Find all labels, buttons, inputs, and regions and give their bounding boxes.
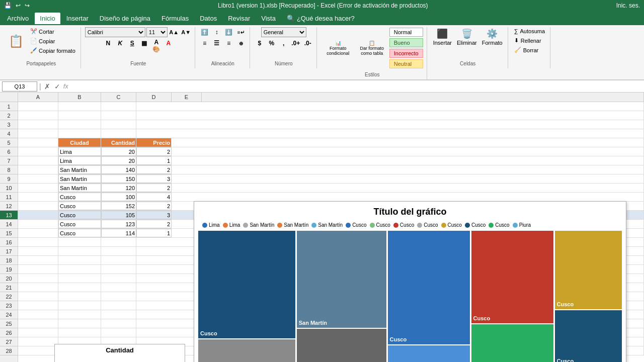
col-cantidad-header[interactable]: Cantidad bbox=[101, 138, 136, 147]
tm-cell-sanmartin1[interactable]: San Martín bbox=[198, 339, 295, 362]
row-19[interactable]: 19 bbox=[0, 265, 18, 274]
menu-search[interactable]: 🔍 ¿Qué desea hacer? bbox=[282, 13, 360, 24]
undo-icon[interactable]: ↩ bbox=[16, 2, 21, 9]
border-button[interactable]: ▦ bbox=[139, 38, 150, 48]
tm-cell-cusco-blue[interactable]: Cusco bbox=[388, 231, 470, 344]
fill-color-button[interactable]: A🎨 bbox=[151, 38, 162, 48]
autosum-button[interactable]: ∑ Autosuma bbox=[512, 27, 547, 35]
row-18[interactable]: 18 bbox=[0, 256, 18, 265]
row-13[interactable]: 13 bbox=[0, 211, 18, 220]
row-10[interactable]: 10 bbox=[0, 184, 18, 193]
font-color-button[interactable]: A bbox=[163, 38, 174, 48]
row-25[interactable]: 25 bbox=[0, 319, 18, 328]
font-size-select[interactable]: 11 bbox=[146, 27, 168, 37]
cell-reference-input[interactable]: Q13 bbox=[2, 81, 37, 92]
row-24[interactable]: 24 bbox=[0, 310, 18, 319]
row-6[interactable]: 6 bbox=[0, 147, 18, 156]
row-15[interactable]: 15 bbox=[0, 229, 18, 238]
decrease-decimal-button[interactable]: .0- bbox=[302, 38, 313, 48]
percent-button[interactable]: % bbox=[266, 38, 277, 48]
align-middle-button[interactable]: ↕️ bbox=[211, 27, 222, 37]
tm-cell-cusco1[interactable]: Cusco bbox=[198, 231, 295, 338]
menu-vista[interactable]: Vista bbox=[256, 13, 281, 24]
menu-datos[interactable]: Datos bbox=[195, 13, 222, 24]
format-painter-button[interactable]: 🖌️ Copiar formato bbox=[28, 46, 77, 55]
align-right-button[interactable]: ≡ bbox=[223, 38, 234, 48]
row-11[interactable]: 11 bbox=[0, 193, 18, 202]
row-22[interactable]: 22 bbox=[0, 292, 18, 301]
increase-font-button[interactable]: A▲ bbox=[169, 27, 180, 37]
conditional-format-button[interactable]: 📊 Formato condicional bbox=[321, 39, 355, 57]
copy-button[interactable]: 📄 Copiar bbox=[28, 37, 77, 45]
user-label[interactable]: Inic. ses. bbox=[616, 2, 640, 9]
row-4[interactable]: 4 bbox=[0, 129, 18, 138]
redo-icon[interactable]: ↪ bbox=[25, 2, 30, 9]
cancel-formula-button[interactable]: ✗ bbox=[43, 82, 51, 90]
confirm-formula-button[interactable]: ✓ bbox=[53, 82, 61, 90]
row-8[interactable]: 8 bbox=[0, 165, 18, 174]
tm-cell-cusco-gray[interactable]: Cusco bbox=[297, 329, 386, 362]
font-name-select[interactable]: Calibri bbox=[85, 27, 145, 37]
formula-input[interactable] bbox=[70, 81, 642, 92]
style-neutral[interactable]: Neutral bbox=[389, 59, 423, 68]
menu-insertar[interactable]: Insertar bbox=[61, 13, 94, 24]
save-icon[interactable]: 💾 bbox=[4, 2, 12, 9]
merge-center-button[interactable]: ⊕ bbox=[235, 38, 247, 48]
paste-button[interactable]: 📋 bbox=[5, 32, 27, 50]
row-20[interactable]: 20 bbox=[0, 274, 18, 283]
menu-archivo[interactable]: Archivo bbox=[2, 13, 34, 24]
delete-cell-button[interactable]: 🗑️ Eliminar bbox=[455, 27, 479, 47]
tm-cell-cusco-olive[interactable]: Cusco bbox=[555, 231, 622, 309]
row-3[interactable]: 3 bbox=[0, 120, 18, 129]
table-format-button[interactable]: 📋 Dar formato como tabla bbox=[356, 39, 388, 57]
fill-button[interactable]: ⬇ Rellenar bbox=[512, 36, 547, 45]
row-2[interactable]: 2 bbox=[0, 111, 18, 120]
align-top-button[interactable]: ⬆️ bbox=[199, 27, 210, 37]
row-9[interactable]: 9 bbox=[0, 174, 18, 184]
insert-cell-button[interactable]: ⬛ Insertar bbox=[431, 27, 454, 47]
col-header-b[interactable]: B bbox=[58, 93, 101, 102]
currency-button[interactable]: $ bbox=[254, 38, 265, 48]
tm-cell-sanmartin2[interactable]: San Martín bbox=[297, 231, 386, 328]
row-14[interactable]: 14 bbox=[0, 220, 18, 229]
style-bueno[interactable]: Bueno bbox=[389, 38, 423, 47]
style-normal[interactable]: Normal bbox=[389, 28, 423, 37]
col-precio-header[interactable]: Precio bbox=[136, 138, 172, 147]
decrease-font-button[interactable]: A▼ bbox=[181, 27, 192, 37]
row-23[interactable]: 23 bbox=[0, 301, 18, 310]
row-7[interactable]: 7 bbox=[0, 156, 18, 165]
row-26[interactable]: 26 bbox=[0, 328, 18, 337]
italic-button[interactable]: K bbox=[115, 38, 126, 48]
format-cell-button[interactable]: ⚙️ Formato bbox=[480, 27, 505, 47]
tm-cell-cusco-green[interactable]: Cusco bbox=[471, 324, 553, 362]
align-bottom-button[interactable]: ⬇️ bbox=[223, 27, 234, 37]
row-12[interactable]: 12 bbox=[0, 202, 18, 211]
row-5[interactable]: 5 bbox=[0, 138, 18, 147]
row-1[interactable]: 1 bbox=[0, 102, 18, 111]
underline-button[interactable]: S bbox=[127, 38, 138, 48]
col-header-c[interactable]: C bbox=[101, 93, 136, 102]
row-28[interactable]: 28 bbox=[0, 346, 18, 355]
number-format-select[interactable]: General bbox=[261, 27, 306, 37]
comma-button[interactable]: , bbox=[278, 38, 289, 48]
col-header-e[interactable]: E bbox=[172, 93, 202, 102]
col-header-d[interactable]: D bbox=[136, 93, 172, 102]
row-16[interactable]: 16 bbox=[0, 238, 18, 247]
row-27[interactable]: 27 bbox=[0, 337, 18, 346]
tm-cell-piura[interactable]: Piura bbox=[388, 345, 470, 362]
clear-button[interactable]: 🧹 Borrar bbox=[512, 46, 547, 54]
wrap-text-button[interactable]: ≡↵ bbox=[235, 27, 247, 37]
col-header-a[interactable]: A bbox=[18, 93, 58, 102]
menu-revisar[interactable]: Revisar bbox=[223, 13, 255, 24]
row-21[interactable]: 21 bbox=[0, 283, 18, 292]
bold-button[interactable]: N bbox=[103, 38, 114, 48]
tm-cell-cusco-dark[interactable]: Cusco bbox=[555, 310, 622, 362]
menu-diseno[interactable]: Diseño de página bbox=[95, 13, 155, 24]
cut-button[interactable]: ✂️ Cortar bbox=[28, 27, 77, 36]
row-17[interactable]: 17 bbox=[0, 247, 18, 256]
tm-cell-cusco-red[interactable]: Cusco bbox=[471, 231, 553, 323]
col-ciudad-header[interactable]: Ciudad bbox=[58, 138, 101, 147]
menu-inicio[interactable]: Inicio bbox=[35, 13, 60, 24]
increase-decimal-button[interactable]: .0+ bbox=[290, 38, 301, 48]
align-left-button[interactable]: ≡ bbox=[199, 38, 210, 48]
